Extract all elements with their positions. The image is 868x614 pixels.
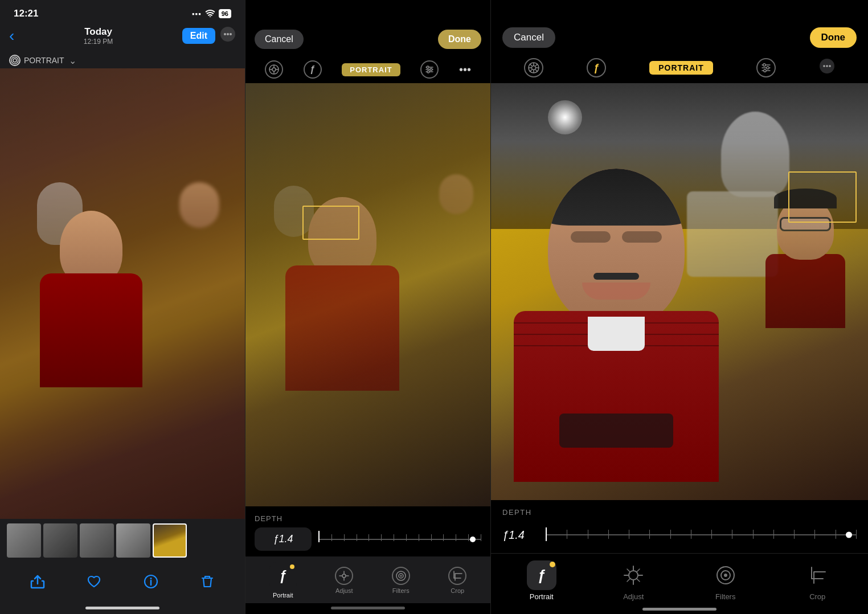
depth-value-3: ƒ1.4 <box>502 529 537 542</box>
photo-display-2[interactable] <box>245 83 490 506</box>
edit-button[interactable]: Edit <box>182 28 215 44</box>
aperture-icon-3[interactable] <box>524 58 543 77</box>
tab-filters-2[interactable]: Filters <box>392 567 410 594</box>
slider-ticks-2 <box>318 539 481 540</box>
svg-point-15 <box>427 66 429 68</box>
aperture-icon-2[interactable] <box>265 60 283 79</box>
back-button[interactable]: ‹ <box>9 27 14 45</box>
depth-value-2: ƒ1.4 <box>273 533 293 545</box>
panel-1-photos-view: 12:21 ▪▪▪ 96 ‹ Today 12:19 PM Edit <box>0 0 245 614</box>
svg-line-31 <box>530 69 532 72</box>
tab-crop-2[interactable]: Crop <box>448 567 466 594</box>
photo-display-3[interactable] <box>491 83 868 500</box>
svg-point-23 <box>532 66 536 70</box>
filters-tab-label-3: Filters <box>715 592 735 601</box>
svg-point-38 <box>829 65 831 67</box>
adjust-icon-2[interactable] <box>420 60 439 79</box>
slider-container-3 <box>546 534 857 535</box>
thumbnail-1[interactable] <box>7 523 41 558</box>
time-display: 12:21 <box>14 8 38 19</box>
portrait-tab-2[interactable]: PORTRAIT <box>342 63 400 76</box>
tab-filters-3[interactable]: Filters <box>711 560 740 601</box>
svg-point-2 <box>224 33 226 35</box>
more-icon-2[interactable]: ••• <box>459 63 471 76</box>
nav-actions: Edit <box>182 26 236 46</box>
tick-main-3 <box>546 527 547 541</box>
tab-bar-3: ƒ Portrait Adjust <box>491 553 868 605</box>
home-indicator-2 <box>331 607 405 609</box>
tab-adjust-3[interactable]: Adjust <box>619 560 648 601</box>
adjust-tab-icon-2 <box>335 567 353 585</box>
adjust-tab-label-3: Adjust <box>623 592 644 601</box>
svg-point-33 <box>767 67 769 69</box>
adjust-tab-label-2: Adjust <box>335 587 353 594</box>
svg-point-18 <box>342 574 346 578</box>
svg-point-8 <box>150 578 152 579</box>
thumbnail-portrait-selected[interactable] <box>153 523 187 558</box>
slider-thumb-2[interactable] <box>470 537 476 542</box>
nav-bar-1: ‹ Today 12:19 PM Edit <box>0 24 245 50</box>
depth-slider-row-2: ƒ1.4 <box>255 527 481 551</box>
slider-thumb-3[interactable] <box>846 532 852 538</box>
svg-point-10 <box>272 68 276 71</box>
depth-value-box-2: ƒ1.4 <box>255 527 312 551</box>
thumbnail-4[interactable] <box>116 523 150 558</box>
done-button-2[interactable]: Done <box>438 30 481 49</box>
portrait-tab-label-2: Portrait <box>273 592 293 599</box>
filters-tab-label-2: Filters <box>392 587 410 594</box>
wifi-icon <box>205 9 215 19</box>
portrait-label: PORTRAIT <box>24 56 64 65</box>
nav-title: Today 12:19 PM <box>84 26 113 46</box>
svg-point-0 <box>209 16 211 17</box>
filters-tab-icon-2 <box>392 567 410 585</box>
svg-line-30 <box>535 64 538 66</box>
portrait-mode-badge[interactable]: PORTRAIT ⌄ <box>0 50 245 68</box>
svg-point-16 <box>430 68 432 71</box>
svg-line-29 <box>535 69 538 72</box>
svg-point-17 <box>427 71 429 73</box>
tab-portrait-3[interactable]: ƒ Portrait <box>527 560 556 601</box>
nav-bar-3: Cancel Done <box>491 0 868 55</box>
portrait-dot-indicator <box>550 562 555 567</box>
more-button[interactable] <box>220 26 236 46</box>
depth-slider-row-3: ƒ1.4 <box>502 522 857 547</box>
depth-label-2: DEPTH <box>255 514 481 523</box>
photo-content-2 <box>245 83 490 506</box>
light-spot <box>548 100 582 134</box>
cancel-button-3[interactable]: Cancel <box>502 27 555 48</box>
crop-tab-label-2: Crop <box>451 587 464 594</box>
photo-display-1[interactable] <box>0 68 245 519</box>
tab-bar-2: ƒ Portrait Adjust Filters <box>245 556 490 603</box>
battery-display: 96 <box>219 9 231 18</box>
more-icon-3[interactable] <box>819 58 835 77</box>
depth-label-3: DEPTH <box>502 508 857 517</box>
nav-subtitle-text: 12:19 PM <box>84 38 113 46</box>
like-button[interactable] <box>81 569 107 594</box>
svg-point-32 <box>763 64 765 66</box>
slider-ticks-3 <box>546 530 857 541</box>
delete-button[interactable] <box>195 569 220 594</box>
tab-adjust-2[interactable]: Adjust <box>335 567 353 594</box>
lightning-icon-3[interactable]: ƒ <box>587 58 606 77</box>
depth-slider-3[interactable] <box>546 522 857 547</box>
svg-line-28 <box>530 64 532 66</box>
portrait-tab-3[interactable]: PORTRAIT <box>649 61 713 75</box>
depth-slider-2[interactable] <box>318 528 481 551</box>
slider-line-2 <box>318 539 481 540</box>
main-subject <box>508 169 724 453</box>
filters-tab-icon-3 <box>711 560 740 590</box>
share-button[interactable] <box>25 569 50 594</box>
info-button[interactable] <box>138 569 163 594</box>
cancel-button-2[interactable]: Cancel <box>255 30 304 49</box>
svg-point-42 <box>724 574 727 577</box>
thumbnail-3[interactable] <box>80 523 114 558</box>
thumbnail-2[interactable] <box>43 523 77 558</box>
bottom-toolbar-1 <box>0 562 245 603</box>
tab-crop-3[interactable]: Crop <box>803 560 832 601</box>
lightning-icon-2[interactable]: ƒ <box>304 60 322 79</box>
tab-portrait-2[interactable]: ƒ Portrait <box>269 562 297 599</box>
panel-3-portrait-edit-active: Cancel Done ƒ PORTRAIT <box>491 0 868 614</box>
depth-section-2: DEPTH ƒ1.4 <box>245 506 490 556</box>
adjust-icon-3[interactable] <box>756 58 776 77</box>
done-button-3[interactable]: Done <box>810 27 857 48</box>
